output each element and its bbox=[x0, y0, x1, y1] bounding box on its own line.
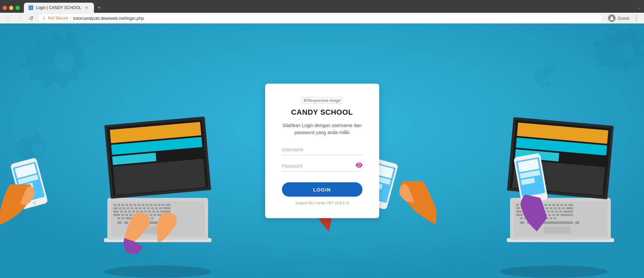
svg-rect-124 bbox=[552, 214, 555, 216]
tab-title: Login | CANDY SCHOOL bbox=[36, 5, 81, 10]
svg-rect-86 bbox=[552, 204, 555, 206]
svg-rect-136 bbox=[544, 226, 571, 234]
support-text: Support By Candy CBT v2.8.0 r3 bbox=[282, 201, 362, 205]
svg-rect-45 bbox=[160, 211, 170, 213]
password-input[interactable] bbox=[282, 160, 362, 171]
svg-rect-42 bbox=[148, 211, 151, 213]
svg-rect-102 bbox=[562, 207, 564, 209]
svg-rect-130 bbox=[550, 217, 552, 219]
toggle-password-visibility-icon[interactable] bbox=[356, 162, 362, 169]
svg-rect-132 bbox=[520, 221, 524, 224]
svg-rect-91 bbox=[516, 207, 520, 209]
svg-rect-25 bbox=[131, 207, 134, 209]
svg-rect-54 bbox=[150, 214, 152, 216]
svg-rect-111 bbox=[547, 211, 550, 213]
svg-rect-31 bbox=[155, 207, 158, 209]
svg-rect-99 bbox=[550, 207, 552, 209]
svg-rect-23 bbox=[123, 207, 126, 209]
svg-rect-88 bbox=[560, 204, 563, 206]
svg-rect-22 bbox=[119, 207, 121, 209]
svg-rect-48 bbox=[126, 214, 128, 216]
svg-rect-61 bbox=[151, 217, 154, 219]
address-bar-row: ‹ › ↺ ⚠ Not Secure | tutorcandycbt.dewiw… bbox=[0, 13, 644, 23]
svg-rect-44 bbox=[156, 211, 159, 213]
address-url: tutorcandycbt.dewiweb.net/login.php bbox=[73, 16, 144, 21]
svg-rect-18 bbox=[158, 204, 160, 206]
svg-rect-127 bbox=[520, 217, 523, 219]
svg-rect-11 bbox=[130, 204, 132, 206]
guest-button[interactable]: Guest bbox=[608, 14, 629, 22]
svg-rect-55 bbox=[154, 214, 156, 216]
insecure-warning-label: Not Secure bbox=[48, 16, 68, 20]
close-window-button[interactable] bbox=[3, 6, 7, 10]
logo-area: 🖼 Responsive image bbox=[282, 97, 362, 104]
user-avatar-icon bbox=[608, 14, 615, 22]
svg-rect-10 bbox=[126, 204, 128, 206]
svg-rect-37 bbox=[128, 211, 131, 213]
svg-rect-58 bbox=[121, 217, 124, 219]
minimize-window-button[interactable] bbox=[9, 6, 13, 10]
svg-rect-57 bbox=[117, 217, 120, 219]
svg-rect-33 bbox=[163, 207, 170, 209]
svg-rect-84 bbox=[544, 204, 547, 206]
password-group bbox=[282, 160, 362, 171]
svg-rect-114 bbox=[559, 211, 562, 213]
svg-rect-125 bbox=[556, 214, 559, 216]
tab-bar: C Login | CANDY SCHOOL × + ⌄ bbox=[0, 0, 644, 13]
svg-rect-14 bbox=[142, 204, 144, 206]
browser-menu-button[interactable]: ⋮ bbox=[633, 14, 640, 22]
svg-rect-13 bbox=[138, 204, 140, 206]
address-separator: | bbox=[70, 16, 71, 21]
login-subtitle: Silahkan Login dengan username dan passw… bbox=[282, 122, 362, 136]
address-right-controls: Guest ⋮ bbox=[608, 14, 640, 22]
svg-rect-131 bbox=[554, 217, 556, 219]
svg-rect-98 bbox=[546, 207, 548, 209]
svg-rect-38 bbox=[132, 211, 135, 213]
username-input[interactable] bbox=[282, 144, 362, 155]
new-tab-button[interactable]: + bbox=[95, 4, 103, 12]
svg-rect-113 bbox=[555, 211, 558, 213]
login-button[interactable]: LOGIN bbox=[282, 182, 362, 197]
reload-button[interactable]: ↺ bbox=[27, 14, 35, 22]
login-card: 🖼 Responsive image CANDY SCHOOL Silahkan… bbox=[265, 84, 379, 218]
forward-button[interactable]: › bbox=[15, 14, 23, 22]
tab-close-button[interactable]: × bbox=[84, 5, 89, 10]
svg-rect-17 bbox=[154, 204, 156, 206]
svg-rect-135 bbox=[575, 221, 579, 224]
svg-rect-77 bbox=[516, 204, 519, 206]
svg-rect-24 bbox=[127, 207, 130, 209]
svg-rect-30 bbox=[151, 207, 154, 209]
svg-rect-34 bbox=[113, 211, 119, 213]
guest-label: Guest bbox=[617, 16, 629, 21]
svg-rect-36 bbox=[124, 211, 127, 213]
svg-rect-40 bbox=[140, 211, 143, 213]
svg-rect-116 bbox=[516, 214, 523, 216]
svg-rect-7 bbox=[113, 204, 116, 206]
traffic-lights bbox=[3, 6, 20, 10]
page-content: 🖼 Responsive image CANDY SCHOOL Silahkan… bbox=[0, 23, 644, 278]
svg-rect-39 bbox=[136, 211, 139, 213]
address-bar[interactable]: ⚠ Not Secure | tutorcandycbt.dewiweb.net… bbox=[38, 14, 602, 22]
svg-rect-62 bbox=[117, 221, 121, 224]
active-tab[interactable]: C Login | CANDY SCHOOL × bbox=[24, 3, 94, 13]
back-button[interactable]: ‹ bbox=[4, 14, 12, 22]
svg-rect-15 bbox=[146, 204, 148, 206]
svg-rect-101 bbox=[558, 207, 560, 209]
logo-image: 🖼 Responsive image bbox=[302, 97, 342, 104]
svg-rect-32 bbox=[159, 207, 162, 209]
svg-rect-12 bbox=[134, 204, 136, 206]
svg-rect-100 bbox=[554, 207, 556, 209]
svg-rect-16 bbox=[150, 204, 152, 206]
svg-rect-123 bbox=[548, 214, 551, 216]
svg-rect-47 bbox=[121, 214, 124, 216]
svg-point-73 bbox=[500, 266, 607, 278]
maximize-window-button[interactable] bbox=[15, 6, 20, 10]
username-group bbox=[282, 144, 362, 155]
svg-rect-41 bbox=[144, 211, 147, 213]
svg-rect-9 bbox=[121, 204, 124, 206]
password-wrapper bbox=[282, 160, 362, 171]
svg-rect-104 bbox=[516, 211, 522, 213]
svg-rect-63 bbox=[124, 221, 128, 224]
svg-rect-26 bbox=[135, 207, 138, 209]
svg-rect-49 bbox=[130, 214, 132, 216]
